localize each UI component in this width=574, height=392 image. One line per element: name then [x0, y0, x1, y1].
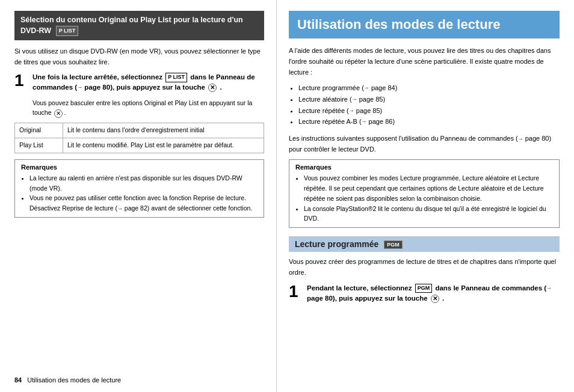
cross-symbol-1: ✕ — [208, 84, 217, 92]
mode-programmed: Lecture programmée (→ page 84) — [298, 82, 560, 94]
footer: 84 Utilisation des modes de lecture — [14, 376, 121, 384]
step-number-1: 1 — [14, 72, 28, 93]
left-step1: 1 Une fois la lecture arrêtée, sélection… — [14, 72, 264, 93]
right-step1-bold2: dans le Panneau de commandes ( — [435, 284, 546, 292]
step1-touche-label: touche — [182, 84, 207, 91]
mode-repeat: Lecture répétée (→ page 85) — [298, 105, 560, 117]
left-remarque-2: Vous ne pouvez pas utiliser cette foncti… — [29, 193, 258, 213]
arrow-ref-right: → — [546, 285, 552, 291]
right-remarques-title: Remarques — [295, 164, 553, 171]
right-step1-bold: Pendant la lecture, sélectionnez — [307, 284, 414, 292]
left-column: Sélection du contenu Original ou Play Li… — [0, 0, 277, 392]
cross-symbol-right: ✕ — [431, 295, 439, 303]
step-content-1: Une fois la lecture arrêtée, sélectionne… — [32, 72, 264, 93]
table-cell-playlist-value: Lit le contenu modifié. Play List est le… — [63, 138, 264, 153]
cross-symbol-2: ✕ — [54, 109, 63, 118]
table-cell-original-value: Lit le contenu dans l'ordre d'enregistre… — [63, 123, 264, 138]
right-column: Utilisation des modes de lecture A l'aid… — [277, 0, 574, 392]
modes-list: Lecture programmée (→ page 84) Lecture a… — [289, 82, 560, 127]
left-intro-text: Si vous utilisez un disque DVD-RW (en mo… — [14, 46, 264, 67]
left-remarques-box: Remarques La lecture au ralenti en arriè… — [14, 159, 264, 218]
right-intro-text: A l'aide des différents modes de lecture… — [289, 46, 560, 78]
step1-period: . — [220, 84, 221, 91]
mode-random: Lecture aléatoire (→ page 85) — [298, 94, 560, 105]
right-step-content-1: Pendant la lecture, sélectionnez PGM dan… — [307, 283, 560, 304]
right-step-number-1: 1 — [289, 283, 302, 304]
table-row: Play List Lit le contenu modifié. Play L… — [15, 138, 264, 153]
content-table: Original Lit le contenu dans l'ordre d'e… — [14, 123, 264, 153]
table-cell-playlist-label: Play List — [15, 138, 63, 153]
instructions-text: Les instructions suivantes supposent l'u… — [289, 133, 560, 155]
pgm-badge: PGM — [384, 240, 403, 249]
table-cell-original-label: Original — [15, 123, 63, 138]
sub-section-header: Lecture programmée PGM — [289, 236, 560, 252]
section-title: Sélection du contenu Original ou Play Li… — [20, 16, 243, 35]
plist-badge-inline: P LIST — [165, 73, 187, 82]
right-remarques-list: Vous pouvez combiner les modes Lecture p… — [295, 173, 553, 224]
arrow-ref-1: → — [77, 85, 82, 91]
main-title: Utilisation des modes de lecture — [289, 11, 560, 38]
step1-bold-text: Une fois la lecture arrêtée, sélectionne… — [32, 73, 164, 81]
mode-repeat-ab: Lecture répétée A-B (→ page 86) — [298, 116, 560, 127]
right-remarques-box: Remarques Vous pouvez combiner les modes… — [289, 159, 560, 228]
step1-page-ref: page 80), puis appuyez sur la — [82, 84, 182, 91]
pgm-badge-inline: PGM — [415, 284, 433, 293]
step1-sub-text: Vous pouvez basculer entre les options O… — [32, 98, 264, 118]
section-header: Sélection du contenu Original ou Play Li… — [14, 11, 264, 40]
pgm-text: Vous pouvez créer des programmes de lect… — [289, 257, 560, 278]
left-remarque-1: La lecture au ralenti en arrière n'est p… — [29, 173, 258, 194]
left-remarques-title: Remarques — [21, 164, 258, 171]
table-row: Original Lit le contenu dans l'ordre d'e… — [15, 123, 264, 138]
right-step1-pageref: page 80), puis appuyez sur la touche — [307, 295, 430, 302]
sub-section-title: Lecture programmée — [295, 239, 378, 249]
right-remarque-2: La console PlayStation®2 lit le contenu … — [304, 204, 553, 224]
left-remarques-list: La lecture au ralenti en arrière n'est p… — [21, 173, 258, 213]
right-remarque-1: Vous pouvez combiner les modes Lecture p… — [304, 173, 553, 203]
plist-badge: P LIST — [56, 26, 79, 36]
page-number: 84 — [14, 376, 22, 384]
right-step1-period: . — [442, 295, 444, 302]
right-step1: 1 Pendant la lecture, sélectionnez PGM d… — [289, 283, 560, 304]
footer-text: Utilisation des modes de lecture — [27, 376, 121, 384]
